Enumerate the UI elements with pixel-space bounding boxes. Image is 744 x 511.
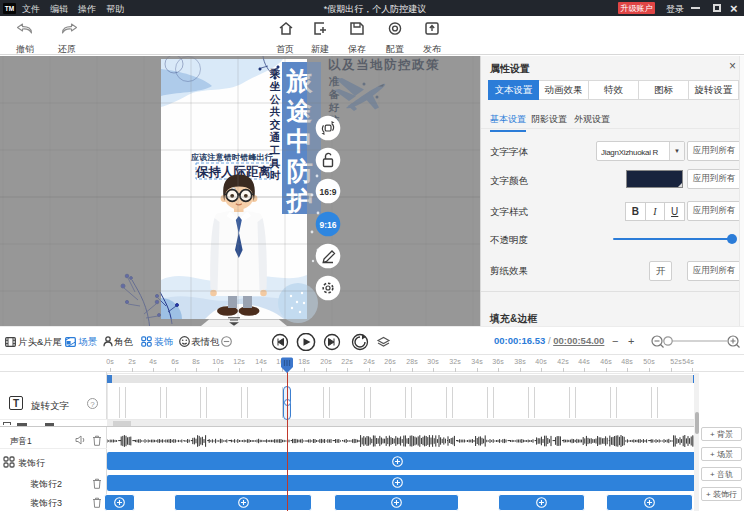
- svg-text:坐: 坐: [269, 80, 281, 92]
- svg-text:9:16: 9:16: [319, 220, 336, 230]
- svg-text:通: 通: [269, 131, 281, 143]
- svg-text:共: 共: [269, 105, 281, 117]
- svg-text:交: 交: [269, 118, 281, 131]
- svg-text:乘: 乘: [269, 67, 281, 79]
- svg-text:16:9: 16:9: [319, 187, 336, 197]
- svg-text:应该注意错时错峰出行: 应该注意错时错峰出行: [190, 152, 273, 162]
